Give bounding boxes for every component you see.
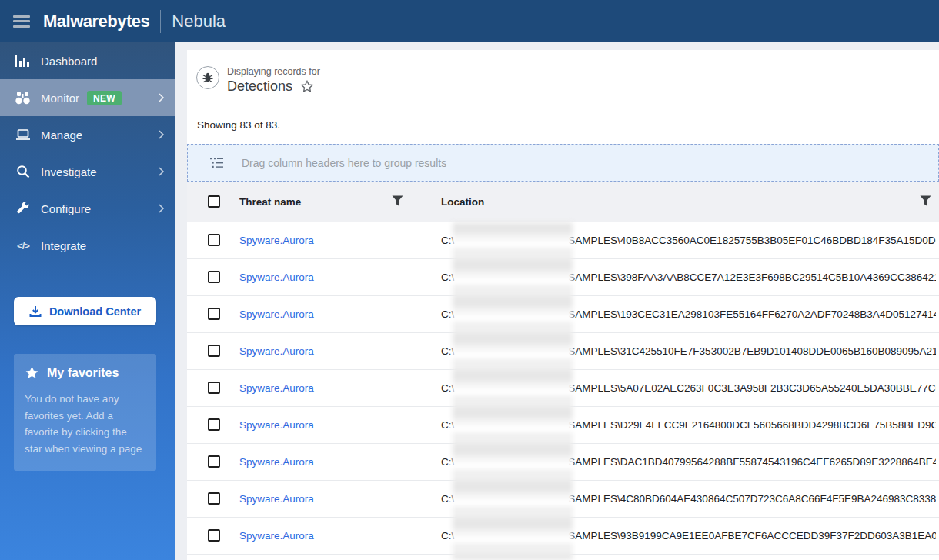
sidebar: Dashboard Monitor NEW Manage [0,42,175,560]
location-suffix: SAMPLES\4C80BD604AE430864C507D723C6A8C66… [568,493,936,505]
location-suffix: SAMPLES\DAC1BD40799564288BF55874543196C4… [568,456,936,468]
redacted-region [453,222,573,560]
threat-link[interactable]: Spyware.Aurora [239,235,314,246]
sidebar-item-label: Configure [41,202,91,215]
threat-link[interactable]: Spyware.Aurora [239,419,314,431]
sidebar-item-integrate[interactable]: </> Integrate [0,227,175,264]
row-checkbox[interactable] [208,455,220,468]
sidebar-item-label: Monitor [41,92,79,105]
location-filter-icon[interactable] [920,195,931,206]
location-suffix: SAMPLES\D29F4FFCC9E2164800DCF5605668BDD4… [568,419,936,431]
header-eyebrow: Displaying records for [227,66,320,77]
main-content: Displaying records for Detections Showin… [187,50,939,560]
download-center-button[interactable]: Download Center [14,297,156,325]
download-icon [29,305,42,318]
row-checkbox[interactable] [208,382,220,394]
column-header-location[interactable]: Location [441,196,484,208]
favorites-title: My favorites [47,366,119,380]
threat-link[interactable]: Spyware.Aurora [239,308,314,320]
chevron-right-icon [155,165,166,178]
select-all-checkbox[interactable] [208,195,220,208]
page-title: Detections [227,78,292,95]
group-by-drop-zone[interactable]: Drag column headers here to group result… [187,144,939,182]
column-header-threat-name[interactable]: Threat name [239,196,301,208]
binoculars-icon [15,90,32,105]
row-checkbox[interactable] [208,345,220,357]
detections-bug-icon [196,66,219,89]
location-suffix: SAMPLES\40B8ACC3560AC0E1825755B3B05EF01C… [568,235,936,246]
topbar-divider [160,10,161,33]
malwarebytes-logo: Malwarebytes [43,12,149,32]
bar-chart-icon [15,53,32,68]
location-suffix: SAMPLES\398FAA3AAB8CCE7A12E3E3F698BC2951… [568,272,936,283]
sidebar-item-label: Dashboard [41,55,97,68]
laptop-icon [15,127,32,142]
sidebar-item-label: Investigate [41,165,97,178]
chevron-right-icon [155,92,166,104]
location-suffix: SAMPLES\193CEC31EA298103FE55164FF6270A2A… [568,308,936,320]
row-checkbox[interactable] [208,271,220,283]
row-checkbox[interactable] [208,492,220,505]
favorite-star-icon[interactable] [300,80,314,93]
sidebar-item-dashboard[interactable]: Dashboard [0,42,175,79]
chevron-right-icon [155,128,166,141]
record-count: Showing 83 of 83. [187,105,939,144]
sidebar-item-investigate[interactable]: Investigate [0,153,175,190]
group-by-hint-text: Drag column headers here to group result… [242,157,446,169]
threat-link[interactable]: Spyware.Aurora [239,382,314,394]
threat-link[interactable]: Spyware.Aurora [239,493,314,505]
location-suffix: SAMPLES\5A07E02AEC263F0C3E3A958F2B3C3D65… [568,382,936,394]
star-icon [25,366,39,380]
top-bar: Malwarebytes Nebula [0,0,939,42]
sidebar-item-configure[interactable]: Configure [0,190,175,227]
product-name: Nebula [172,12,226,32]
threat-link[interactable]: Spyware.Aurora [239,345,314,357]
row-checkbox[interactable] [208,418,220,431]
row-checkbox[interactable] [208,234,220,246]
new-badge: NEW [87,91,122,105]
row-checkbox[interactable] [208,529,220,542]
threat-link[interactable]: Spyware.Aurora [239,530,314,542]
threat-name-filter-icon[interactable] [392,195,403,206]
favorites-empty-text: You do not have any favorites yet. Add a… [25,391,145,457]
chevron-right-icon [155,202,166,215]
download-center-label: Download Center [49,305,141,318]
table-header: Threat name Location [187,182,939,222]
threat-link[interactable]: Spyware.Aurora [239,456,314,468]
sidebar-nav: Dashboard Monitor NEW Manage [0,42,175,264]
sidebar-item-manage[interactable]: Manage [0,116,175,153]
wrench-icon [15,201,32,216]
sidebar-item-label: Manage [41,128,82,142]
page-header: Displaying records for Detections [187,50,939,105]
threat-link[interactable]: Spyware.Aurora [239,272,314,283]
my-favorites-panel: My favorites You do not have any favorit… [14,354,156,471]
code-icon: </> [15,238,32,253]
search-icon [15,164,32,179]
hamburger-menu-icon[interactable] [13,15,30,28]
sidebar-item-monitor[interactable]: Monitor NEW [0,79,175,116]
row-checkbox[interactable] [208,308,220,320]
location-suffix: SAMPLES\31C425510FE7F353002B7EB9D101408D… [568,345,936,357]
sidebar-item-label: Integrate [41,239,86,252]
location-suffix: SAMPLES\93B9199CA9E1EE0AFBE7CF6ACCCEDD39… [568,530,936,542]
group-by-icon [210,157,223,168]
